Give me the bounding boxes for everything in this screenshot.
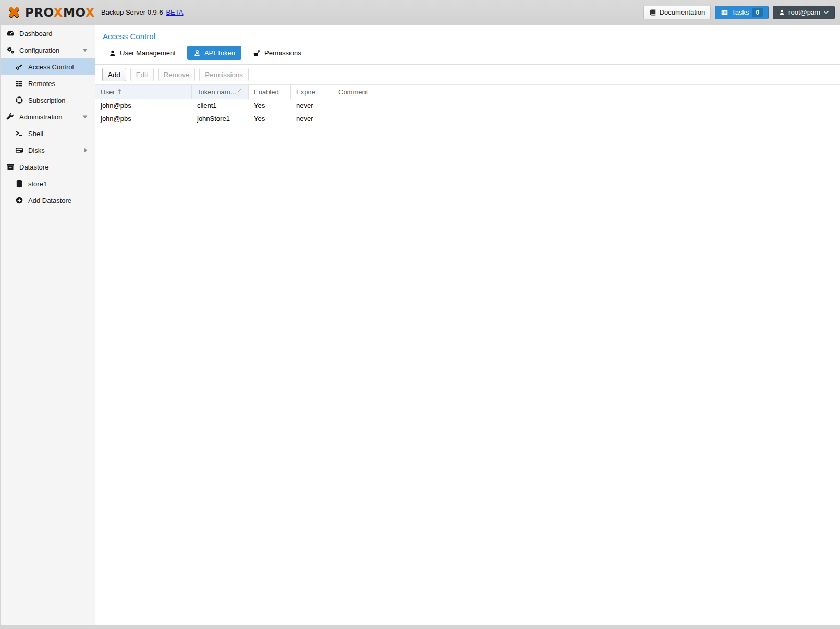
sidebar-item-disks[interactable]: Disks [1, 142, 95, 159]
chevron-down-icon[interactable] [82, 49, 88, 52]
edit-button[interactable]: Edit [130, 68, 154, 81]
column-header-user[interactable]: User [95, 85, 192, 99]
proxmox-logo: PROXMOX [6, 5, 95, 20]
sort-asc-icon [117, 89, 122, 95]
chevron-down-icon [823, 10, 829, 15]
wrench-icon [6, 113, 15, 121]
tab-api-token[interactable]: API Token [187, 46, 241, 60]
chevron-down-icon[interactable] [82, 115, 88, 119]
user-menu-button[interactable]: root@pam [773, 6, 835, 19]
archive-icon [6, 163, 15, 171]
cell-enabled: Yes [249, 115, 291, 123]
sidebar-item-label: Subscription [28, 96, 66, 104]
sidebar-item-label: store1 [28, 180, 47, 188]
truncation-mark-icon [238, 88, 241, 92]
table-row[interactable]: john@pbs client1 Yes never [95, 99, 840, 112]
tab-label: Permissions [264, 49, 301, 57]
toolbar: Add Edit Remove Permissions [95, 65, 840, 84]
tab-permissions[interactable]: Permissions [247, 46, 308, 60]
chevron-right-icon[interactable] [84, 148, 88, 153]
tab-user-management[interactable]: User Management [103, 46, 182, 60]
cell-user: john@pbs [95, 102, 192, 110]
documentation-label: Documentation [660, 8, 705, 16]
sidebar-item-access-control[interactable]: Access Control [1, 58, 95, 75]
sidebar-item-label: Administration [19, 113, 62, 121]
sidebar-item-dashboard[interactable]: Dashboard [1, 25, 95, 42]
sidebar-item-remotes[interactable]: Remotes [1, 75, 95, 92]
column-header-token-name[interactable]: Token nam… [192, 85, 249, 99]
api-token-table: User Token nam… Enabled Expire [95, 84, 840, 125]
sidebar-item-label: Add Datastore [28, 197, 71, 204]
tasks-count-badge: 0 [752, 8, 763, 17]
sidebar-item-label: Shell [28, 130, 43, 138]
main-panel: Access Control User Management API Token [95, 25, 840, 625]
sidebar-item-store1[interactable]: store1 [1, 175, 95, 192]
proxmox-x-icon [6, 5, 22, 20]
book-icon [649, 9, 656, 16]
key-icon [15, 63, 23, 71]
column-header-enabled[interactable]: Enabled [249, 85, 291, 99]
task-list-icon [721, 9, 728, 16]
sidebar-item-shell[interactable]: Shell [1, 125, 95, 142]
app-header: PROXMOX Backup Server 0.9-6 BETA Documen… [0, 0, 840, 25]
database-icon [15, 179, 23, 188]
brand-wordmark: PROXMOX [25, 6, 95, 19]
sidebar-item-configuration[interactable]: Configuration [1, 42, 95, 58]
unlock-icon [253, 50, 261, 57]
sidebar-item-subscription[interactable]: Subscription [1, 92, 95, 108]
cell-token-name: johnStore1 [192, 115, 249, 123]
cell-expire: never [291, 102, 333, 110]
sidebar-item-datastore[interactable]: Datastore [1, 159, 95, 175]
plus-circle-icon [15, 196, 23, 204]
user-icon [778, 9, 785, 16]
cell-token-name: client1 [192, 102, 249, 110]
cogs-icon [6, 46, 15, 54]
sidebar-item-administration[interactable]: Administration [1, 108, 95, 125]
life-ring-icon [15, 96, 23, 104]
user-icon [109, 50, 116, 57]
user-outline-icon [193, 49, 201, 57]
add-button[interactable]: Add [102, 68, 126, 81]
table-header: User Token nam… Enabled Expire [95, 85, 840, 99]
sidebar: Dashboard [1, 25, 95, 625]
page-title: Access Control [95, 25, 840, 41]
tab-label: User Management [120, 49, 176, 57]
beta-link[interactable]: BETA [166, 8, 183, 16]
sidebar-item-label: Datastore [19, 163, 48, 171]
sidebar-item-add-datastore[interactable]: Add Datastore [1, 192, 95, 209]
sidebar-item-label: Disks [28, 147, 45, 154]
terminal-icon [15, 129, 23, 138]
sidebar-item-label: Dashboard [19, 30, 53, 38]
product-version: Backup Server 0.9-6 [101, 8, 163, 16]
sidebar-item-label: Remotes [28, 80, 55, 88]
column-header-expire[interactable]: Expire [291, 85, 333, 99]
hdd-icon [15, 146, 23, 154]
tasks-button[interactable]: Tasks 0 [715, 6, 769, 19]
cell-enabled: Yes [249, 102, 291, 110]
documentation-button[interactable]: Documentation [643, 6, 711, 19]
remove-button[interactable]: Remove [158, 68, 196, 81]
sidebar-item-label: Access Control [28, 63, 74, 71]
tasks-label: Tasks [732, 8, 749, 16]
user-menu-label: root@pam [788, 8, 820, 16]
tab-label: API Token [204, 49, 235, 57]
cell-user: john@pbs [95, 115, 192, 123]
permissions-button[interactable]: Permissions [199, 68, 249, 81]
cell-expire: never [291, 115, 333, 123]
list-icon [15, 79, 23, 88]
gauge-icon [6, 29, 15, 38]
table-row[interactable]: john@pbs johnStore1 Yes never [95, 112, 840, 125]
tab-bar: User Management API Token Permissions [95, 41, 840, 65]
sidebar-item-label: Configuration [19, 46, 59, 54]
column-header-comment[interactable]: Comment [333, 85, 840, 99]
